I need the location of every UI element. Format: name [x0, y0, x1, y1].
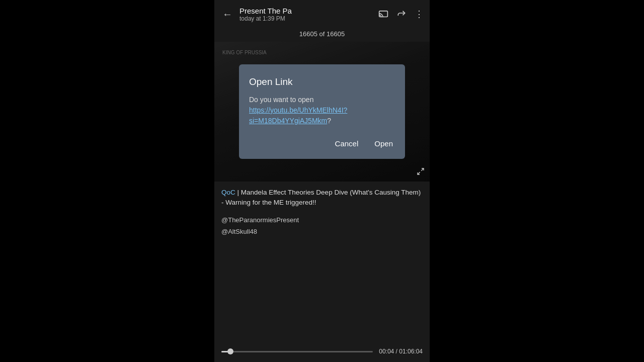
- phone-container: ← Present The Pa today at 1:39 PM ⋮: [214, 0, 430, 362]
- description-area: QoC | Mandela Effect Theories Deep Dive …: [214, 182, 430, 343]
- progress-bar-area: 00:04 / 01:06:04: [214, 343, 430, 362]
- tag-altskull[interactable]: @AltSkull48: [221, 226, 423, 237]
- dialog-body-prefix: Do you want to open: [249, 96, 313, 104]
- cancel-button[interactable]: Cancel: [333, 136, 361, 151]
- back-button[interactable]: ←: [220, 7, 234, 22]
- progress-time: 00:04 / 01:06:04: [379, 348, 423, 355]
- video-description: QoC | Mandela Effect Theories Deep Dive …: [221, 188, 423, 208]
- cast-icon[interactable]: [378, 8, 388, 21]
- description-text: | Mandela Effect Theories Deep Dive (Wha…: [221, 189, 421, 206]
- dialog-title: Open Link: [249, 76, 395, 87]
- dialog-overlay: Open Link Do you want to open https://yo…: [214, 42, 430, 182]
- message-time: today at 1:39 PM: [239, 15, 373, 22]
- message-counter: 16605 of 16605: [214, 28, 430, 42]
- progress-track[interactable]: [221, 351, 373, 352]
- dialog-link[interactable]: https://youtu.be/UhYkMElhN4I?si=M18Db4YY…: [249, 106, 347, 125]
- open-button[interactable]: Open: [372, 136, 395, 151]
- svg-line-1: [421, 168, 424, 171]
- more-options-icon[interactable]: ⋮: [415, 9, 424, 20]
- tag-paranormies[interactable]: @TheParanormiesPresent: [221, 214, 423, 226]
- share-icon[interactable]: [396, 8, 407, 21]
- dialog-actions: Cancel Open: [249, 136, 395, 151]
- dialog-body-suffix: ?: [327, 117, 331, 125]
- chat-title: Present The Pa: [239, 7, 373, 15]
- expand-icon[interactable]: [417, 167, 425, 177]
- video-area[interactable]: KING OF PRUSSIA Open Link Do you want to…: [214, 42, 430, 182]
- top-bar-center: Present The Pa today at 1:39 PM: [239, 7, 373, 22]
- open-link-dialog: Open Link Do you want to open https://yo…: [239, 64, 405, 159]
- dialog-body: Do you want to open https://youtu.be/UhY…: [249, 95, 395, 126]
- top-bar-icons: ⋮: [378, 8, 424, 21]
- top-bar: ← Present The Pa today at 1:39 PM ⋮: [214, 0, 430, 28]
- svg-line-2: [418, 172, 420, 174]
- qoc-link[interactable]: QoC: [221, 189, 235, 196]
- progress-thumb[interactable]: [227, 348, 233, 354]
- tags-area: @TheParanormiesPresent @AltSkull48: [221, 214, 423, 238]
